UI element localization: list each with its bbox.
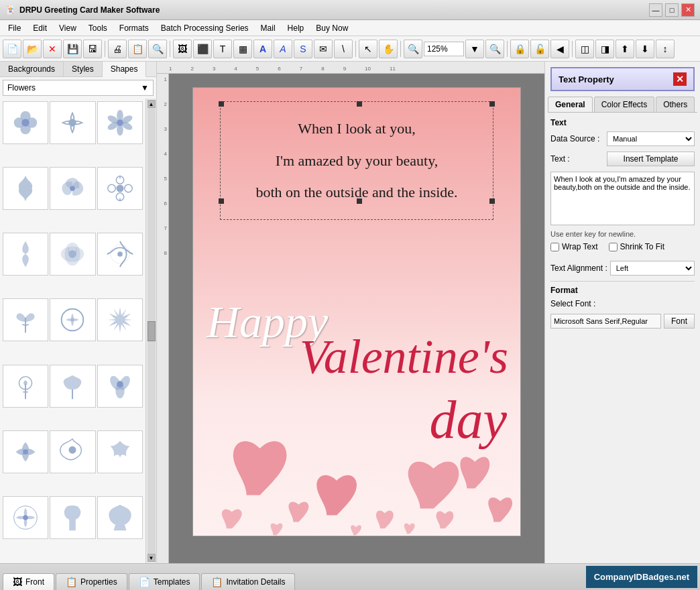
lock2-btn[interactable]: 🔓	[530, 40, 549, 58]
menu-buynow[interactable]: Buy Now	[310, 22, 353, 34]
text2-btn[interactable]: A	[253, 40, 272, 58]
shape-item[interactable]	[50, 430, 95, 473]
menu-mail[interactable]: Mail	[255, 22, 281, 34]
print-btn[interactable]: 🖨	[108, 40, 127, 58]
scroll-down-btn[interactable]: ▼	[148, 554, 156, 562]
menu-view[interactable]: View	[54, 22, 82, 34]
shape-item[interactable]	[50, 496, 95, 539]
svg-point-20	[117, 185, 123, 192]
text-textarea[interactable]: When I look at you,I'm amazed by your be…	[550, 172, 695, 225]
tab-front-label: Front	[25, 577, 44, 587]
shrink-to-fit-checkbox[interactable]	[609, 243, 618, 251]
outline-btn[interactable]: S	[294, 40, 312, 58]
shape-item[interactable]	[50, 365, 95, 408]
text-btn[interactable]: T	[213, 40, 232, 58]
menu-help[interactable]: Help	[282, 22, 310, 34]
menu-edit[interactable]: Edit	[27, 22, 52, 34]
dist-btn[interactable]: ↕	[656, 40, 675, 58]
align-t-btn[interactable]: ⬆	[616, 40, 634, 58]
align-l-btn[interactable]: ◫	[575, 40, 594, 58]
lock-btn[interactable]: 🔒	[510, 40, 529, 58]
svg-point-5	[70, 119, 76, 126]
tab-properties[interactable]: 📋 Properties	[56, 573, 127, 590]
font-input[interactable]	[550, 314, 661, 329]
property-close-button[interactable]: ✕	[673, 72, 687, 86]
scroll-thumb[interactable]	[148, 321, 156, 341]
back-btn[interactable]: ◀	[550, 40, 569, 58]
shape-item[interactable]	[50, 233, 95, 276]
zoom-out-btn[interactable]: 🔍	[485, 40, 504, 58]
shape-item[interactable]	[97, 430, 143, 473]
maximize-button[interactable]: □	[665, 3, 679, 17]
print2-btn[interactable]: 📋	[128, 40, 147, 58]
right-panel: Text Property ✕ General Color Effects Ot…	[544, 62, 700, 563]
font-button[interactable]: Font	[664, 314, 695, 329]
scrollbar[interactable]: ▲ ▼	[145, 99, 156, 563]
shape-item[interactable]	[3, 430, 48, 473]
shape-item[interactable]	[97, 101, 143, 144]
card-container: When I look at you, I'm amazed by your b…	[192, 87, 521, 536]
shape-item[interactable]	[3, 233, 48, 276]
tab-templates[interactable]: 📄 Templates	[129, 573, 200, 590]
close-button[interactable]: ✕	[681, 3, 695, 17]
svg-point-24	[117, 251, 123, 257]
invitation-icon: 📋	[211, 577, 223, 587]
scroll-up-btn[interactable]: ▲	[148, 100, 156, 108]
align-b-btn[interactable]: ⬇	[636, 40, 654, 58]
tab-others[interactable]: Others	[656, 97, 695, 112]
menu-file[interactable]: File	[3, 22, 26, 34]
tab-color-effects[interactable]: Color Effects	[594, 97, 654, 112]
data-source-select[interactable]: Manual	[607, 131, 695, 146]
shape-item[interactable]	[97, 167, 143, 210]
shape-item[interactable]	[3, 298, 48, 341]
svg-point-23	[69, 251, 77, 259]
barcode-btn[interactable]: ▦	[233, 40, 252, 58]
shape-btn[interactable]: ⬛	[193, 40, 212, 58]
shape-item[interactable]	[50, 298, 95, 341]
wrap-text-checkbox[interactable]	[550, 243, 559, 251]
shape-item[interactable]	[50, 167, 95, 210]
tab-front[interactable]: 🖼 Front	[3, 573, 54, 590]
insert-template-button[interactable]: Insert Template	[607, 152, 695, 166]
shape-item[interactable]	[97, 496, 143, 539]
new-btn[interactable]: 📄	[3, 40, 21, 58]
shape-item[interactable]	[97, 233, 143, 276]
tab-styles[interactable]: Styles	[64, 62, 103, 76]
menu-tools[interactable]: Tools	[83, 22, 113, 34]
shape-item[interactable]	[97, 298, 143, 341]
zoom-in-btn[interactable]: 🔍	[404, 40, 422, 58]
tab-invitation-details[interactable]: 📋 Invitation Details	[201, 573, 295, 590]
tab-general[interactable]: General	[548, 97, 593, 112]
preview-btn[interactable]: 🔍	[148, 40, 167, 58]
shape-item[interactable]	[3, 167, 48, 210]
email-btn[interactable]: ✉	[314, 40, 333, 58]
wrap-text-row: Wrap Text	[550, 242, 598, 251]
shape-item[interactable]	[97, 365, 143, 408]
image-btn[interactable]: 🖼	[173, 40, 192, 58]
shape-item[interactable]	[3, 101, 48, 144]
shape-item[interactable]	[3, 496, 48, 539]
text3-btn[interactable]: A	[274, 40, 292, 58]
minimize-button[interactable]: —	[649, 3, 662, 17]
save-as-btn[interactable]: 🖫	[83, 40, 102, 58]
format-label: Format	[550, 286, 695, 295]
text-alignment-select[interactable]: Left Center Right	[610, 261, 695, 276]
menu-batch[interactable]: Batch Processing Series	[156, 22, 254, 34]
line-btn[interactable]: \	[334, 40, 353, 58]
valentine-card[interactable]: When I look at you, I'm amazed by your b…	[192, 87, 521, 536]
tab-shapes[interactable]: Shapes	[103, 62, 147, 77]
align-r-btn[interactable]: ◨	[595, 40, 614, 58]
cursor-btn[interactable]: ↖	[359, 40, 377, 58]
shape-item[interactable]	[3, 365, 48, 408]
open-btn[interactable]: 📂	[23, 40, 42, 58]
svg-point-13	[70, 186, 76, 191]
dropdown-arrow-icon: ▼	[141, 83, 149, 93]
tab-backgrounds[interactable]: Backgrounds	[0, 62, 64, 76]
close-doc-btn[interactable]: ✕	[43, 40, 62, 58]
grab-btn[interactable]: ✋	[379, 40, 398, 58]
save-btn[interactable]: 💾	[63, 40, 82, 58]
zoom-dropdown-btn[interactable]: ▼	[465, 40, 484, 58]
category-dropdown[interactable]: Flowers ▼	[3, 80, 154, 96]
shape-item[interactable]	[50, 101, 95, 144]
menu-formats[interactable]: Formats	[114, 22, 154, 34]
